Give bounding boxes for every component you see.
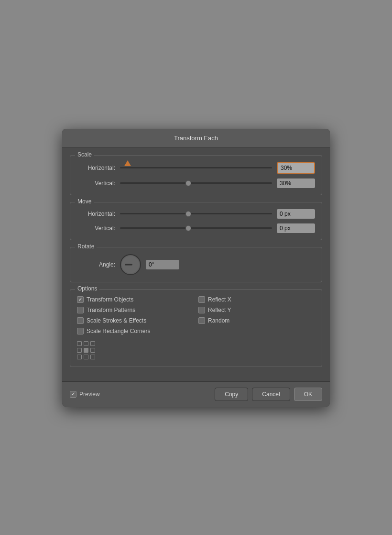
ref-point-7[interactable] — [77, 355, 82, 359]
move-horizontal-label: Horizontal: — [77, 211, 120, 217]
scale-vertical-thumb[interactable] — [185, 180, 191, 186]
ref-point-4[interactable] — [77, 348, 82, 353]
angle-input[interactable]: 0° — [146, 260, 179, 269]
label-reflect-x: Reflect X — [208, 296, 231, 303]
move-section-label: Move — [75, 198, 94, 205]
checkbox-scale-strokes[interactable] — [77, 317, 84, 324]
scale-horizontal-thumb[interactable] — [124, 160, 131, 166]
checkbox-reflect-x[interactable] — [198, 296, 205, 303]
options-section: Options Transform Objects Reflect X Tran… — [70, 289, 322, 367]
ref-point-2[interactable] — [84, 341, 88, 346]
ref-point-6[interactable] — [90, 348, 95, 353]
ref-point-5-active[interactable] — [84, 348, 88, 353]
label-transform-patterns: Transform Patterns — [87, 307, 135, 313]
ref-point-spacer3 — [97, 355, 102, 359]
scale-section-label: Scale — [75, 151, 94, 158]
rotate-row: Angle: 0° — [77, 254, 315, 275]
scale-vertical-track — [120, 182, 272, 184]
ref-point-3[interactable] — [90, 341, 95, 346]
move-vertical-label: Vertical: — [77, 225, 120, 232]
preview-area: Preview — [70, 391, 215, 398]
scale-horizontal-track — [120, 167, 272, 168]
reference-point-area — [77, 341, 315, 360]
ok-button[interactable]: OK — [294, 388, 322, 401]
title-bar: Transform Each — [62, 129, 330, 147]
checkbox-row-scale-rect: Scale Rectangle Corners — [77, 328, 194, 334]
ref-point-9[interactable] — [90, 355, 95, 359]
scale-horizontal-label: Horizontal: — [77, 165, 120, 171]
footer-buttons: Copy Cancel OK — [215, 388, 322, 401]
rotate-section: Rotate Angle: 0° — [70, 247, 322, 282]
checkbox-row-reflect-x: Reflect X — [198, 296, 315, 303]
cancel-button[interactable]: Cancel — [252, 388, 290, 401]
move-vertical-thumb[interactable] — [185, 225, 191, 231]
ref-point-1[interactable] — [77, 341, 82, 346]
ref-point-spacer2 — [97, 348, 102, 353]
checkbox-transform-patterns[interactable] — [77, 307, 84, 313]
label-random: Random — [208, 317, 229, 324]
dialog-footer: Preview Copy Cancel OK — [62, 381, 330, 407]
angle-label: Angle: — [77, 261, 120, 268]
preview-label: Preview — [79, 391, 100, 398]
dialog-title: Transform Each — [174, 134, 218, 142]
move-vertical-input[interactable]: 0 px — [277, 223, 315, 233]
angle-dial[interactable] — [120, 254, 141, 275]
checkbox-scale-rect[interactable] — [77, 328, 84, 334]
preview-checkbox[interactable] — [70, 391, 76, 398]
move-section: Move Horizontal: 0 px Vertical: 0 px — [70, 202, 322, 240]
checkbox-row-random: Random — [198, 317, 315, 324]
scale-vertical-slider[interactable] — [120, 178, 272, 188]
scale-horizontal-slider[interactable] — [120, 163, 272, 173]
move-vertical-row: Vertical: 0 px — [77, 223, 315, 233]
label-reflect-y: Reflect Y — [208, 307, 231, 313]
checkbox-row-transform-patterns: Transform Patterns — [77, 307, 194, 313]
label-scale-strokes: Scale Strokes & Effects — [87, 317, 146, 324]
scale-section: Scale Horizontal: 30% Vertical: 30% — [70, 155, 322, 195]
checkbox-random[interactable] — [198, 317, 205, 324]
scale-vertical-input[interactable]: 30% — [277, 178, 315, 188]
scale-horizontal-row: Horizontal: 30% — [77, 162, 315, 174]
rotate-section-label: Rotate — [75, 243, 97, 250]
scale-vertical-row: Vertical: 30% — [77, 178, 315, 188]
checkbox-row-reflect-y: Reflect Y — [198, 307, 315, 313]
label-transform-objects: Transform Objects — [87, 296, 133, 303]
move-horizontal-thumb[interactable] — [185, 211, 191, 217]
label-scale-rect: Scale Rectangle Corners — [87, 328, 150, 334]
move-horizontal-row: Horizontal: 0 px — [77, 209, 315, 219]
checkbox-row-scale-strokes: Scale Strokes & Effects — [77, 317, 194, 324]
dialog-body: Scale Horizontal: 30% Vertical: 30% — [62, 147, 330, 381]
move-vertical-track — [120, 227, 272, 229]
copy-button[interactable]: Copy — [215, 388, 248, 401]
move-horizontal-input[interactable]: 0 px — [277, 209, 315, 219]
options-grid: Transform Objects Reflect X Transform Pa… — [77, 296, 315, 334]
scale-vertical-label: Vertical: — [77, 180, 120, 187]
checkbox-transform-objects[interactable] — [77, 296, 84, 303]
move-horizontal-slider[interactable] — [120, 209, 272, 219]
options-section-label: Options — [75, 285, 99, 292]
checkbox-reflect-y[interactable] — [198, 307, 205, 313]
reference-grid[interactable] — [77, 341, 102, 360]
move-vertical-slider[interactable] — [120, 223, 272, 233]
ref-point-8[interactable] — [84, 355, 88, 359]
transform-each-dialog: Transform Each Scale Horizontal: 30% Ver… — [62, 129, 330, 407]
move-horizontal-track — [120, 213, 272, 214]
scale-horizontal-input[interactable]: 30% — [277, 162, 315, 174]
ref-point-spacer — [97, 341, 102, 346]
dial-indicator — [125, 264, 132, 265]
checkbox-row-transform-objects: Transform Objects — [77, 296, 194, 303]
